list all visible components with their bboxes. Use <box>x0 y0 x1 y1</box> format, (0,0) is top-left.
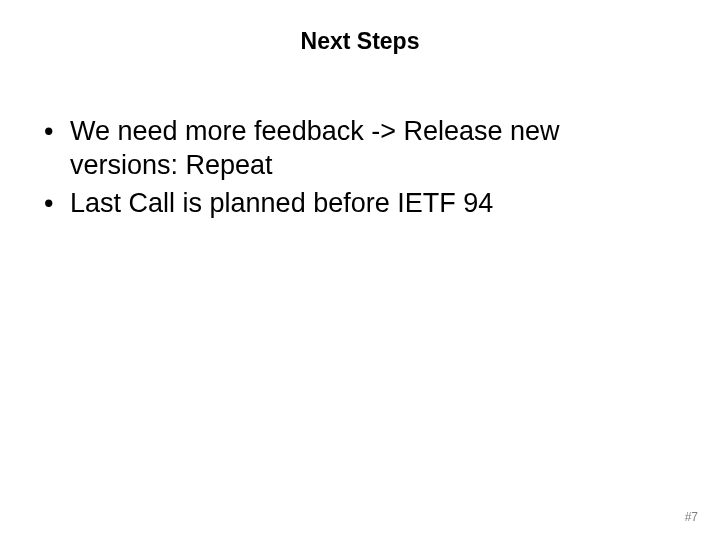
list-item: We need more feedback -> Release new ver… <box>38 115 672 183</box>
slide: Next Steps We need more feedback -> Rele… <box>0 0 720 540</box>
bullet-list: We need more feedback -> Release new ver… <box>38 115 672 220</box>
list-item: Last Call is planned before IETF 94 <box>38 187 672 221</box>
slide-body: We need more feedback -> Release new ver… <box>38 115 672 224</box>
slide-number: #7 <box>685 510 698 524</box>
slide-title: Next Steps <box>0 28 720 55</box>
